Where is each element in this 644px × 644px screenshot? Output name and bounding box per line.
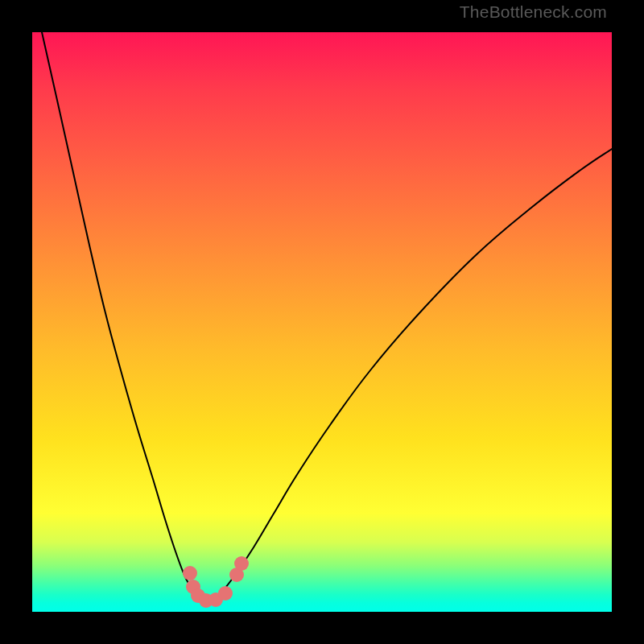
curve-marker xyxy=(183,566,197,580)
curve-marker xyxy=(234,556,249,571)
curve-marker xyxy=(218,586,233,601)
watermark-text: TheBottleneck.com xyxy=(460,2,607,22)
chart-svg xyxy=(32,32,612,612)
curve-left xyxy=(42,32,208,601)
chart-plot-area xyxy=(32,32,612,612)
marker-group xyxy=(183,556,249,608)
chart-frame xyxy=(0,0,644,644)
curve-right xyxy=(208,149,612,601)
